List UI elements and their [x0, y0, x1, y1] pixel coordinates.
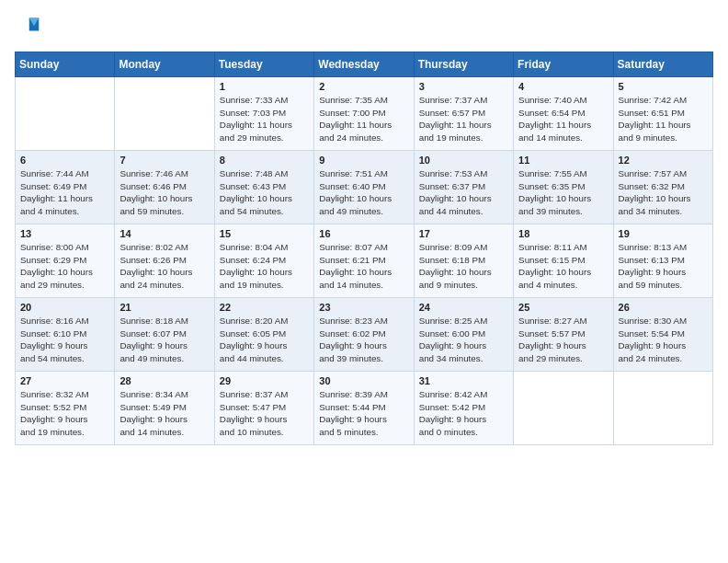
- day-content: Sunrise: 7:44 AMSunset: 6:49 PMDaylight:…: [20, 167, 109, 218]
- day-number: 19: [619, 228, 708, 239]
- day-cell: 21Sunrise: 8:18 AMSunset: 6:07 PMDayligh…: [115, 298, 214, 372]
- day-number: 22: [220, 302, 309, 313]
- calendar-table: SundayMondayTuesdayWednesdayThursdayFrid…: [15, 52, 713, 445]
- day-number: 20: [20, 302, 109, 313]
- day-content: Sunrise: 8:02 AMSunset: 6:26 PMDaylight:…: [119, 241, 209, 292]
- logo: [15, 15, 44, 40]
- day-content: Sunrise: 8:34 AMSunset: 5:49 PMDaylight:…: [119, 388, 209, 439]
- day-number: 10: [419, 155, 508, 166]
- day-cell: 28Sunrise: 8:34 AMSunset: 5:49 PMDayligh…: [115, 372, 214, 445]
- day-cell: 13Sunrise: 8:00 AMSunset: 6:29 PMDayligh…: [16, 224, 115, 298]
- day-cell: 8Sunrise: 7:48 AMSunset: 6:43 PMDaylight…: [214, 151, 313, 224]
- day-number: 24: [419, 302, 508, 313]
- day-number: 12: [619, 155, 708, 166]
- day-cell: 15Sunrise: 8:04 AMSunset: 6:24 PMDayligh…: [214, 224, 313, 298]
- week-row: 6Sunrise: 7:44 AMSunset: 6:49 PMDaylight…: [16, 151, 713, 224]
- day-number: 2: [319, 81, 408, 92]
- day-number: 17: [419, 228, 508, 239]
- day-cell: 14Sunrise: 8:02 AMSunset: 6:26 PMDayligh…: [115, 224, 214, 298]
- day-number: 7: [119, 155, 209, 166]
- day-content: Sunrise: 8:27 AMSunset: 5:57 PMDaylight:…: [518, 315, 608, 365]
- header-day: Wednesday: [314, 52, 414, 77]
- day-content: Sunrise: 8:42 AMSunset: 5:42 PMDaylight:…: [419, 388, 508, 439]
- week-row: 1Sunrise: 7:33 AMSunset: 7:03 PMDaylight…: [16, 77, 713, 151]
- day-number: 11: [518, 155, 608, 166]
- day-content: Sunrise: 8:23 AMSunset: 6:02 PMDaylight:…: [319, 315, 408, 365]
- day-content: Sunrise: 8:20 AMSunset: 6:05 PMDaylight:…: [220, 315, 309, 365]
- day-cell: 20Sunrise: 8:16 AMSunset: 6:10 PMDayligh…: [16, 298, 115, 372]
- day-cell: 29Sunrise: 8:37 AMSunset: 5:47 PMDayligh…: [214, 372, 313, 445]
- day-content: Sunrise: 8:11 AMSunset: 6:15 PMDaylight:…: [518, 241, 608, 292]
- day-cell: [613, 372, 712, 445]
- day-content: Sunrise: 8:39 AMSunset: 5:44 PMDaylight:…: [319, 388, 408, 439]
- day-number: 29: [220, 375, 309, 386]
- header-day: Saturday: [613, 52, 712, 77]
- day-content: Sunrise: 8:00 AMSunset: 6:29 PMDaylight:…: [20, 241, 109, 292]
- day-content: Sunrise: 8:13 AMSunset: 6:13 PMDaylight:…: [619, 241, 708, 292]
- day-number: 28: [119, 375, 209, 386]
- day-cell: [16, 77, 115, 151]
- day-content: Sunrise: 7:33 AMSunset: 7:03 PMDaylight:…: [220, 94, 309, 144]
- day-cell: 4Sunrise: 7:40 AMSunset: 6:54 PMDaylight…: [514, 77, 613, 151]
- day-cell: 5Sunrise: 7:42 AMSunset: 6:51 PMDaylight…: [613, 77, 712, 151]
- day-cell: 18Sunrise: 8:11 AMSunset: 6:15 PMDayligh…: [514, 224, 613, 298]
- day-number: 16: [319, 228, 408, 239]
- week-row: 20Sunrise: 8:16 AMSunset: 6:10 PMDayligh…: [16, 298, 713, 372]
- day-number: 31: [419, 375, 508, 386]
- day-cell: 26Sunrise: 8:30 AMSunset: 5:54 PMDayligh…: [613, 298, 712, 372]
- week-row: 27Sunrise: 8:32 AMSunset: 5:52 PMDayligh…: [16, 372, 713, 445]
- day-number: 27: [20, 375, 109, 386]
- day-cell: 1Sunrise: 7:33 AMSunset: 7:03 PMDaylight…: [214, 77, 313, 151]
- day-content: Sunrise: 7:35 AMSunset: 7:00 PMDaylight:…: [319, 94, 408, 144]
- day-number: 6: [20, 155, 109, 166]
- day-cell: 27Sunrise: 8:32 AMSunset: 5:52 PMDayligh…: [16, 372, 115, 445]
- day-number: 30: [319, 375, 408, 386]
- day-number: 8: [220, 155, 309, 166]
- day-content: Sunrise: 8:09 AMSunset: 6:18 PMDaylight:…: [419, 241, 508, 292]
- day-cell: [514, 372, 613, 445]
- day-content: Sunrise: 7:48 AMSunset: 6:43 PMDaylight:…: [220, 167, 309, 218]
- week-row: 13Sunrise: 8:00 AMSunset: 6:29 PMDayligh…: [16, 224, 713, 298]
- header-day: Monday: [115, 52, 214, 77]
- day-content: Sunrise: 8:25 AMSunset: 6:00 PMDaylight:…: [419, 315, 508, 365]
- day-content: Sunrise: 8:30 AMSunset: 5:54 PMDaylight:…: [619, 315, 708, 365]
- day-cell: 25Sunrise: 8:27 AMSunset: 5:57 PMDayligh…: [514, 298, 613, 372]
- day-cell: 19Sunrise: 8:13 AMSunset: 6:13 PMDayligh…: [613, 224, 712, 298]
- day-cell: 10Sunrise: 7:53 AMSunset: 6:37 PMDayligh…: [414, 151, 513, 224]
- day-cell: [115, 77, 214, 151]
- day-number: 5: [619, 81, 708, 92]
- day-cell: 7Sunrise: 7:46 AMSunset: 6:46 PMDaylight…: [115, 151, 214, 224]
- day-content: Sunrise: 8:16 AMSunset: 6:10 PMDaylight:…: [20, 315, 109, 365]
- day-content: Sunrise: 8:07 AMSunset: 6:21 PMDaylight:…: [319, 241, 408, 292]
- header-day: Sunday: [16, 52, 115, 77]
- day-content: Sunrise: 8:04 AMSunset: 6:24 PMDaylight:…: [220, 241, 309, 292]
- day-cell: 22Sunrise: 8:20 AMSunset: 6:05 PMDayligh…: [214, 298, 313, 372]
- header-day: Tuesday: [214, 52, 313, 77]
- day-content: Sunrise: 8:37 AMSunset: 5:47 PMDaylight:…: [220, 388, 309, 439]
- logo-icon: [15, 15, 40, 40]
- day-cell: 11Sunrise: 7:55 AMSunset: 6:35 PMDayligh…: [514, 151, 613, 224]
- day-number: 4: [518, 81, 608, 92]
- day-number: 18: [518, 228, 608, 239]
- header-row: SundayMondayTuesdayWednesdayThursdayFrid…: [16, 52, 713, 77]
- day-content: Sunrise: 7:57 AMSunset: 6:32 PMDaylight:…: [619, 167, 708, 218]
- day-cell: 12Sunrise: 7:57 AMSunset: 6:32 PMDayligh…: [613, 151, 712, 224]
- day-number: 1: [220, 81, 309, 92]
- day-number: 14: [119, 228, 209, 239]
- page-header: [15, 15, 713, 40]
- day-cell: 2Sunrise: 7:35 AMSunset: 7:00 PMDaylight…: [314, 77, 414, 151]
- day-content: Sunrise: 7:42 AMSunset: 6:51 PMDaylight:…: [619, 94, 708, 144]
- day-content: Sunrise: 7:53 AMSunset: 6:37 PMDaylight:…: [419, 167, 508, 218]
- day-number: 25: [518, 302, 608, 313]
- day-cell: 31Sunrise: 8:42 AMSunset: 5:42 PMDayligh…: [414, 372, 513, 445]
- day-cell: 17Sunrise: 8:09 AMSunset: 6:18 PMDayligh…: [414, 224, 513, 298]
- day-cell: 30Sunrise: 8:39 AMSunset: 5:44 PMDayligh…: [314, 372, 414, 445]
- day-content: Sunrise: 8:32 AMSunset: 5:52 PMDaylight:…: [20, 388, 109, 439]
- day-content: Sunrise: 8:18 AMSunset: 6:07 PMDaylight:…: [119, 315, 209, 365]
- day-content: Sunrise: 7:40 AMSunset: 6:54 PMDaylight:…: [518, 94, 608, 144]
- day-number: 26: [619, 302, 708, 313]
- day-cell: 3Sunrise: 7:37 AMSunset: 6:57 PMDaylight…: [414, 77, 513, 151]
- day-cell: 24Sunrise: 8:25 AMSunset: 6:00 PMDayligh…: [414, 298, 513, 372]
- day-content: Sunrise: 7:51 AMSunset: 6:40 PMDaylight:…: [319, 167, 408, 218]
- day-cell: 16Sunrise: 8:07 AMSunset: 6:21 PMDayligh…: [314, 224, 414, 298]
